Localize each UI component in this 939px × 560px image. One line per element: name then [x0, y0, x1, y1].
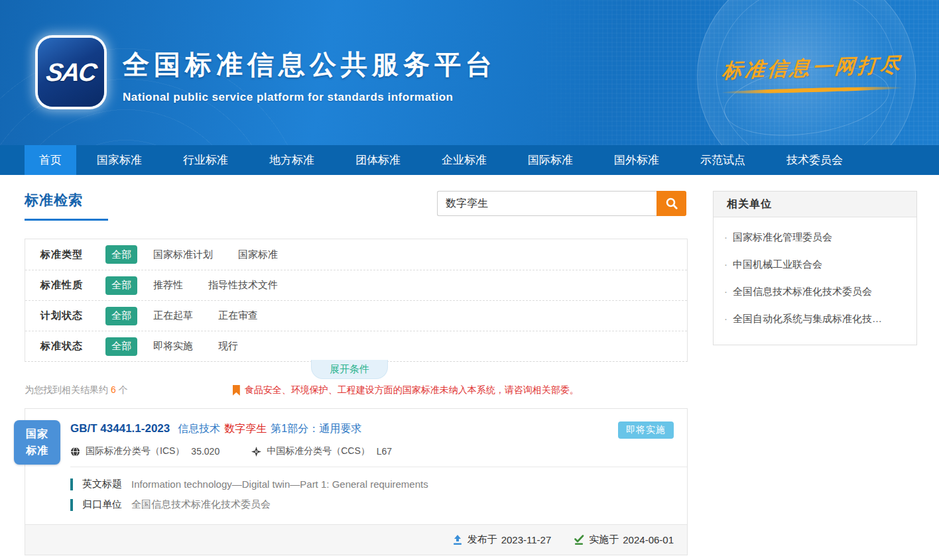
bullet: · [724, 286, 727, 297]
sac-logo-text: SAC [44, 58, 97, 87]
category-badge: 国家 标准 [14, 420, 60, 465]
standard-title[interactable]: GB/T 43441.1-2023 信息技术 数字孪生 第1部分：通用要求 [70, 422, 674, 436]
implemented-label: 实施于 [589, 533, 619, 546]
search-button[interactable] [657, 191, 686, 216]
category-badge-line1: 国家 [26, 426, 48, 443]
row-marker [70, 478, 73, 490]
filter-label: 标准类型 [40, 249, 88, 261]
nav-item-industry-standards[interactable]: 行业标准 [162, 145, 249, 175]
expand-conditions-button[interactable]: 展开条件 [311, 360, 388, 379]
filter-all-button[interactable]: 全部 [105, 307, 137, 325]
related-units-title: 相关单位 [714, 192, 916, 217]
filter-row-standard-nature: 标准性质 全部 推荐性 指导性技术文件 [25, 270, 687, 300]
main-column: 标准检索 标准类 [25, 191, 688, 555]
related-unit-link[interactable]: · 全国信息技术标准化技术委员会 [724, 278, 906, 306]
published-label: 发布于 [468, 533, 497, 546]
filter-option[interactable]: 推荐性 [153, 279, 183, 292]
results-summary-row: 为您找到相关结果约6个 食品安全、环境保护、工程建设方面的国家标准未纳入本系统，… [25, 383, 688, 398]
filter-option[interactable]: 正在起草 [153, 309, 193, 322]
related-unit-link[interactable]: · 国家标准化管理委员会 [724, 224, 906, 251]
results-summary: 为您找到相关结果约6个 [25, 384, 128, 396]
filter-options: 国家标准计划 国家标准 [153, 249, 278, 261]
bullet: · [724, 258, 727, 270]
nav-item-foreign-standards[interactable]: 国外标准 [594, 145, 680, 175]
related-unit-link[interactable]: · 中国机械工业联合会 [724, 251, 906, 278]
category-badge-line2: 标准 [26, 443, 48, 459]
filter-options: 即将实施 现行 [153, 340, 238, 353]
card-head: GB/T 43441.1-2023 信息技术 数字孪生 第1部分：通用要求 [25, 409, 687, 467]
slogan-text: 标准信息一网打尽 [721, 51, 904, 85]
site-title: 全国标准信息公共服务平台 [123, 46, 497, 83]
nav-item-enterprise-standards[interactable]: 企业标准 [421, 145, 507, 175]
expand-conditions-wrap: 展开条件 [25, 362, 688, 380]
search-input[interactable] [437, 191, 657, 216]
filter-row-standard-status: 标准状态 全部 即将实施 现行 [25, 331, 687, 361]
page: SAC 全国标准信息公共服务平台 National public service… [0, 0, 939, 560]
ics-value: 35.020 [191, 446, 219, 457]
nav-item-group-standards[interactable]: 团体标准 [335, 145, 421, 175]
related-unit-link[interactable]: · 全国自动化系统与集成标准化技… [724, 306, 906, 333]
globe-icon [70, 447, 80, 457]
search-section: 标准检索 [25, 191, 688, 231]
sac-logo[interactable]: SAC [38, 38, 104, 107]
ccs-group: 中国标准分类号（CCS） L67 [251, 445, 392, 457]
filter-option[interactable]: 正在审查 [218, 309, 258, 322]
filter-label: 标准状态 [40, 340, 88, 353]
filter-option[interactable]: 国家标准计划 [153, 249, 213, 261]
nav-item-home[interactable]: 首页 [25, 145, 76, 175]
related-unit-label: 全国信息技术标准化技术委员会 [733, 286, 872, 298]
filter-label: 计划状态 [40, 309, 88, 322]
filter-option[interactable]: 指导性技术文件 [208, 279, 278, 292]
site-header: SAC 全国标准信息公共服务平台 National public service… [0, 0, 939, 145]
site-subtitle: National public service platform for sta… [123, 91, 497, 104]
english-title-row: 英文标题 Information technology—Digital twin… [70, 478, 674, 490]
filter-option[interactable]: 即将实施 [153, 340, 193, 353]
related-units-box: 相关单位 · 国家标准化管理委员会 · 中国机械工业联合会 · 全国信息技术标准… [713, 191, 917, 345]
bullet: · [724, 231, 727, 243]
ics-label: 国际标准分类号（ICS） [86, 445, 184, 457]
nav-item-technical-committees[interactable]: 技术委员会 [766, 145, 863, 175]
filter-option[interactable]: 现行 [218, 340, 238, 353]
related-unit-label: 国家标准化管理委员会 [733, 231, 832, 244]
results-summary-suffix: 个 [119, 384, 128, 395]
filter-row-plan-status: 计划状态 全部 正在起草 正在审查 [25, 300, 687, 331]
check-icon [574, 535, 584, 545]
standard-title-part2[interactable]: 第1部分：通用要求 [271, 422, 361, 436]
standard-title-highlight[interactable]: 数字孪生 [224, 422, 267, 436]
nav-item-national-standards[interactable]: 国家标准 [76, 145, 162, 175]
search-icon [665, 197, 678, 210]
nav-item-pilot-programs[interactable]: 示范试点 [680, 145, 766, 175]
published-date: 2023-11-27 [501, 534, 552, 545]
notice: 食品安全、环境保护、工程建设方面的国家标准未纳入本系统，请咨询相关部委。 [233, 384, 579, 396]
committee-label: 归口单位 [82, 498, 122, 511]
related-unit-label: 中国机械工业联合会 [733, 258, 822, 271]
card-meta: 国际标准分类号（ICS） 35.020 中国标准分 [70, 445, 674, 467]
filter-row-standard-type: 标准类型 全部 国家标准计划 国家标准 [25, 239, 687, 270]
filter-options: 正在起草 正在审查 [153, 309, 258, 322]
filter-panel: 标准类型 全部 国家标准计划 国家标准 标准性质 全部 推荐性 指导性技术文件 [25, 239, 688, 362]
standard-code[interactable]: GB/T 43441.1-2023 [70, 422, 170, 435]
filter-all-button[interactable]: 全部 [105, 276, 137, 295]
standard-title-part1[interactable]: 信息技术 [178, 422, 220, 436]
page-title-underline [25, 219, 108, 221]
ccs-value: L67 [377, 446, 392, 457]
filter-option[interactable]: 国家标准 [238, 249, 278, 261]
status-badge: 即将实施 [618, 421, 674, 439]
implemented-date: 2024-06-01 [623, 534, 674, 545]
english-title-value: Information technology—Digital twin—Part… [131, 478, 428, 490]
filter-label: 标准性质 [40, 279, 88, 292]
row-marker [70, 499, 73, 511]
compass-icon [251, 447, 261, 457]
filter-all-button[interactable]: 全部 [105, 245, 137, 264]
implemented-date-group: 实施于 2024-06-01 [574, 533, 674, 546]
english-title-label: 英文标题 [82, 478, 122, 490]
filter-all-button[interactable]: 全部 [105, 337, 137, 356]
slogan: 标准信息一网打尽 [722, 54, 903, 92]
card-footer: 发布于 2023-11-27 实施于 2024-06-01 [25, 524, 687, 555]
nav-item-international-standards[interactable]: 国际标准 [507, 145, 594, 175]
nav-item-local-standards[interactable]: 地方标准 [249, 145, 335, 175]
bullet: · [724, 313, 727, 324]
notice-text: 食品安全、环境保护、工程建设方面的国家标准未纳入本系统，请咨询相关部委。 [245, 384, 579, 396]
related-units-list: · 国家标准化管理委员会 · 中国机械工业联合会 · 全国信息技术标准化技术委员… [714, 217, 916, 345]
related-units-sidebar: 相关单位 · 国家标准化管理委员会 · 中国机械工业联合会 · 全国信息技术标准… [713, 191, 917, 345]
